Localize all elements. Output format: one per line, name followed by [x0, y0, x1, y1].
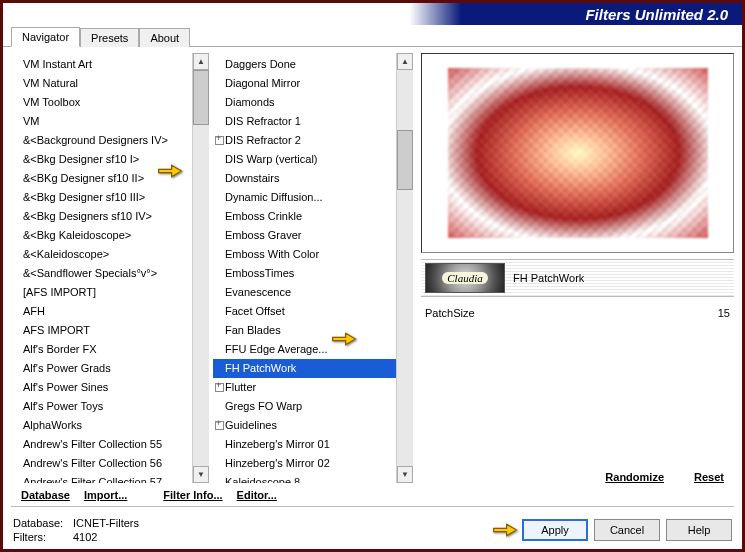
list-item[interactable]: Flutter — [213, 378, 396, 397]
list-item[interactable]: Hinzeberg's Mirror 01 — [213, 435, 396, 454]
param-value: 15 — [718, 307, 730, 319]
list-item[interactable]: &<Background Designers IV> — [11, 131, 192, 150]
list-item[interactable]: AlphaWorks — [11, 416, 192, 435]
list-item[interactable]: VM Toolbox — [11, 93, 192, 112]
list-item[interactable]: &<Bkg Designers sf10 IV> — [11, 207, 192, 226]
list-item[interactable]: Alf's Power Toys — [11, 397, 192, 416]
action-link-row: Database Import... Filter Info... Editor… — [3, 485, 742, 503]
cancel-button[interactable]: Cancel — [594, 519, 660, 541]
status-db-value: ICNET-Filters — [73, 516, 139, 530]
param-label: PatchSize — [425, 307, 475, 319]
randomize-button[interactable]: Randomize — [605, 471, 664, 483]
help-button[interactable]: Help — [666, 519, 732, 541]
scroll-down-icon[interactable]: ▼ — [193, 466, 209, 483]
list-item[interactable]: Facet Offset — [213, 302, 396, 321]
preview-panel: Claudia FH PatchWork PatchSize 15 Random… — [417, 53, 734, 483]
category-scrollbar[interactable]: ▲ ▼ — [192, 53, 209, 483]
list-item[interactable]: Diamonds — [213, 93, 396, 112]
filter-list[interactable]: Daggers DoneDiagonal MirrorDiamondsDIS R… — [213, 53, 396, 483]
scroll-up-icon[interactable]: ▲ — [193, 53, 209, 70]
filter-info-button[interactable]: Filter Info... — [163, 489, 222, 501]
list-item[interactable]: &<Sandflower Specials°v°> — [11, 264, 192, 283]
status-count-value: 4102 — [73, 530, 97, 544]
list-item[interactable]: Emboss Graver — [213, 226, 396, 245]
scroll-up-icon[interactable]: ▲ — [397, 53, 413, 70]
list-item[interactable]: &<Bkg Designer sf10 I> — [11, 150, 192, 169]
tab-about[interactable]: About — [139, 28, 190, 47]
reset-button[interactable]: Reset — [694, 471, 724, 483]
scroll-thumb[interactable] — [397, 130, 413, 190]
scroll-down-icon[interactable]: ▼ — [397, 466, 413, 483]
title-bar: Filters Unlimited 2.0 — [3, 3, 742, 25]
list-item[interactable]: Daggers Done — [213, 55, 396, 74]
logo-text: Claudia — [442, 272, 487, 284]
param-row: PatchSize 15 — [425, 305, 730, 321]
list-item[interactable]: Emboss With Color — [213, 245, 396, 264]
list-item[interactable]: &<BKg Designer sf10 II> — [11, 169, 192, 188]
list-item[interactable]: VM Natural — [11, 74, 192, 93]
list-item[interactable]: EmbossTimes — [213, 264, 396, 283]
list-item[interactable]: DIS Refractor 1 — [213, 112, 396, 131]
tab-navigator[interactable]: Navigator — [11, 27, 80, 47]
status-count-label: Filters: — [13, 530, 69, 544]
list-item[interactable]: VM — [11, 112, 192, 131]
bottom-bar: Database: ICNET-Filters Filters: 4102 Ap… — [3, 510, 742, 548]
category-list[interactable]: VM Instant ArtVM NaturalVM ToolboxVM&<Ba… — [11, 53, 192, 483]
status-block: Database: ICNET-Filters Filters: 4102 — [13, 516, 516, 544]
list-item[interactable]: Alf's Power Sines — [11, 378, 192, 397]
app-title: Filters Unlimited 2.0 — [585, 6, 728, 23]
list-item[interactable]: Downstairs — [213, 169, 396, 188]
list-item[interactable]: Andrew's Filter Collection 55 — [11, 435, 192, 454]
category-panel: VM Instant ArtVM NaturalVM ToolboxVM&<Ba… — [11, 53, 209, 483]
list-item[interactable]: AFS IMPORT — [11, 321, 192, 340]
list-item[interactable]: Guidelines — [213, 416, 396, 435]
filter-scrollbar[interactable]: ▲ ▼ — [396, 53, 413, 483]
list-item[interactable]: DIS Warp (vertical) — [213, 150, 396, 169]
apply-button[interactable]: Apply — [522, 519, 588, 541]
list-item[interactable]: Hinzeberg's Mirror 02 — [213, 454, 396, 473]
list-item[interactable]: Diagonal Mirror — [213, 74, 396, 93]
editor-button[interactable]: Editor... — [237, 489, 277, 501]
import-button[interactable]: Import... — [84, 489, 127, 501]
list-item[interactable]: FH PatchWork — [213, 359, 396, 378]
list-item[interactable]: &<Kaleidoscope> — [11, 245, 192, 264]
list-item[interactable]: Alf's Border FX — [11, 340, 192, 359]
list-item[interactable]: VM Instant Art — [11, 55, 192, 74]
list-item[interactable]: Evanescence — [213, 283, 396, 302]
list-item[interactable]: DIS Refractor 2 — [213, 131, 396, 150]
database-button[interactable]: Database — [21, 489, 70, 501]
list-item[interactable]: Kaleidoscope 8 — [213, 473, 396, 483]
divider — [11, 506, 734, 507]
list-item[interactable]: &<Bkg Kaleidoscope> — [11, 226, 192, 245]
filter-header: Claudia FH PatchWork — [421, 259, 734, 297]
filter-panel: Daggers DoneDiagonal MirrorDiamondsDIS R… — [213, 53, 413, 483]
scroll-thumb[interactable] — [193, 70, 209, 125]
preview-artwork — [448, 68, 708, 238]
list-item[interactable]: Gregs FO Warp — [213, 397, 396, 416]
tab-bar: Navigator Presets About — [3, 25, 742, 47]
list-item[interactable]: &<Bkg Designer sf10 III> — [11, 188, 192, 207]
list-item[interactable]: Andrew's Filter Collection 56 — [11, 454, 192, 473]
tab-presets[interactable]: Presets — [80, 28, 139, 47]
list-item[interactable]: FFU Edge Average... — [213, 340, 396, 359]
preview-image — [421, 53, 734, 253]
status-db-label: Database: — [13, 516, 69, 530]
list-item[interactable]: AFH — [11, 302, 192, 321]
list-item[interactable]: [AFS IMPORT] — [11, 283, 192, 302]
list-item[interactable]: Alf's Power Grads — [11, 359, 192, 378]
list-item[interactable]: Andrew's Filter Collection 57 — [11, 473, 192, 483]
list-item[interactable]: Emboss Crinkle — [213, 207, 396, 226]
list-item[interactable]: Fan Blades — [213, 321, 396, 340]
parameter-list: PatchSize 15 — [421, 305, 734, 321]
list-item[interactable]: Dynamic Diffusion... — [213, 188, 396, 207]
filter-logo: Claudia — [425, 263, 505, 293]
selected-filter-name: FH PatchWork — [513, 272, 730, 284]
